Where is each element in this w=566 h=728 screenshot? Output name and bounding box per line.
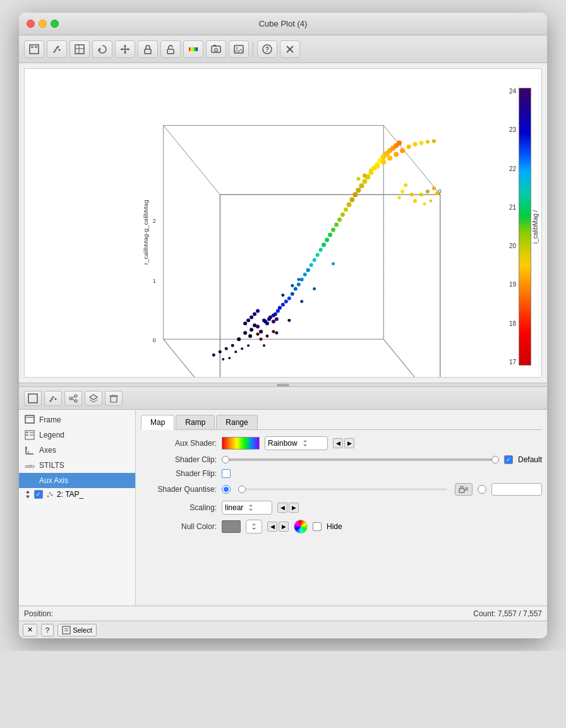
close-toolbar-button[interactable] xyxy=(280,40,300,58)
lock-closed-button[interactable] xyxy=(138,40,158,58)
aux-shader-next-button[interactable]: ▶ xyxy=(344,438,354,448)
svg-point-103 xyxy=(344,208,348,212)
sidebar-item-frame[interactable]: Frame xyxy=(19,412,135,427)
delete-mini-button[interactable] xyxy=(105,391,123,406)
svg-marker-209 xyxy=(252,528,256,530)
shader-clip-default-label: Default xyxy=(518,455,542,464)
svg-point-157 xyxy=(234,350,237,353)
tab-map[interactable]: Map xyxy=(141,415,174,430)
sidebar-item-tap[interactable]: 2: TAP_ xyxy=(19,488,135,501)
svg-point-72 xyxy=(278,306,282,309)
shader-quantise-radio[interactable] xyxy=(222,485,231,494)
null-color-arrows-icon xyxy=(249,522,259,532)
svg-text:0: 0 xyxy=(153,337,156,343)
pan-button[interactable] xyxy=(115,40,135,58)
svg-point-81 xyxy=(250,315,253,319)
tap-checkbox[interactable] xyxy=(34,490,43,499)
colormap-button[interactable] xyxy=(183,40,203,58)
svg-point-141 xyxy=(291,284,294,287)
shader-flip-checkbox[interactable] xyxy=(222,469,231,478)
svg-point-3 xyxy=(54,51,56,52)
plot-area[interactable]: r_calibMag-i_calibMag g_calibMag-i_calib… xyxy=(24,68,542,378)
scaling-next-button[interactable]: ▶ xyxy=(289,503,299,513)
svg-point-139 xyxy=(263,344,265,347)
svg-rect-193 xyxy=(26,478,29,483)
svg-point-73 xyxy=(281,302,285,306)
svg-point-109 xyxy=(362,179,367,184)
aux-shader-prev-button[interactable]: ◀ xyxy=(333,438,343,448)
screenshot-button[interactable] xyxy=(206,40,226,58)
export-plot-button[interactable] xyxy=(24,40,44,58)
null-color-next-button[interactable]: ▶ xyxy=(279,522,289,532)
bottom-bar: ✕ ? Select xyxy=(19,621,547,638)
svg-marker-196 xyxy=(26,491,30,493)
svg-rect-22 xyxy=(214,45,216,46)
svg-point-71 xyxy=(212,354,215,357)
close-bottom-button[interactable]: ✕ xyxy=(23,624,37,636)
null-color-prev-button[interactable]: ◀ xyxy=(267,522,277,532)
close-window-button[interactable] xyxy=(27,20,35,28)
shader-clip-thumb-right[interactable] xyxy=(491,456,499,463)
graph-mini-button[interactable] xyxy=(64,391,82,406)
color-picker-button[interactable] xyxy=(294,520,308,534)
svg-line-176 xyxy=(93,400,97,402)
lock-open-button[interactable] xyxy=(160,40,181,58)
svg-point-78 xyxy=(272,313,275,317)
axes-icon: xy xyxy=(24,445,35,456)
aux-shader-select[interactable]: Rainbow xyxy=(265,436,328,450)
sidebar-item-stilts[interactable]: stilts STILTS xyxy=(19,458,135,473)
svg-point-131 xyxy=(419,141,423,145)
sidebar-label-legend: Legend xyxy=(39,431,64,439)
svg-point-57 xyxy=(250,328,253,331)
svg-rect-210 xyxy=(63,626,70,634)
svg-line-36 xyxy=(383,339,440,377)
svg-text:?: ? xyxy=(265,46,269,53)
export-mini-button[interactable] xyxy=(24,391,42,406)
window-title: Cube Plot (4) xyxy=(259,19,308,28)
null-color-select[interactable] xyxy=(246,520,262,534)
svg-point-153 xyxy=(404,183,407,187)
sidebar-item-aux-axis[interactable]: Aux Axis xyxy=(19,473,135,488)
select-bottom-button[interactable]: Select xyxy=(57,624,97,636)
svg-rect-181 xyxy=(25,415,34,423)
null-color-box xyxy=(222,520,241,533)
help-bottom-button[interactable]: ? xyxy=(41,624,54,636)
shader-quantise-radio2[interactable] xyxy=(478,485,486,494)
svg-text:r_calibMag-g_calibMag: r_calibMag-g_calibMag xyxy=(142,200,149,265)
shader-clip-default-checkbox[interactable] xyxy=(504,455,513,464)
quantise-thumb[interactable] xyxy=(238,486,246,493)
quantise-lock-button[interactable] xyxy=(455,483,473,496)
sidebar-item-axes[interactable]: xy Axes xyxy=(19,443,135,458)
scatter-button[interactable] xyxy=(47,40,67,58)
minimize-window-button[interactable] xyxy=(39,20,47,28)
grid-button[interactable] xyxy=(69,40,90,58)
svg-point-82 xyxy=(246,318,250,322)
rotate-button[interactable] xyxy=(92,40,112,58)
svg-marker-15 xyxy=(124,52,126,54)
shader-quantise-label: Shader Quantise: xyxy=(141,485,217,494)
svg-line-32 xyxy=(164,126,220,195)
layers-mini-button[interactable] xyxy=(85,391,102,406)
sidebar-item-legend[interactable]: Legend xyxy=(19,427,135,443)
scatter-mini-button[interactable] xyxy=(44,391,62,406)
help-toolbar-button[interactable]: ? xyxy=(257,40,277,58)
svg-point-67 xyxy=(237,337,241,341)
shader-clip-thumb-left[interactable] xyxy=(222,456,229,463)
scaling-prev-button[interactable]: ◀ xyxy=(277,503,287,513)
svg-point-133 xyxy=(432,140,436,143)
shader-quantise-input[interactable] xyxy=(491,483,542,496)
statusbar: Position: Count: 7,557 / 7,557 xyxy=(19,606,547,621)
tab-ramp[interactable]: Ramp xyxy=(176,415,215,429)
svg-line-175 xyxy=(90,400,93,402)
sort-icon xyxy=(24,491,32,498)
scaling-select[interactable]: linear xyxy=(222,501,272,515)
svg-rect-19 xyxy=(167,49,174,54)
svg-point-7 xyxy=(57,45,59,47)
tab-range[interactable]: Range xyxy=(216,415,257,429)
svg-point-64 xyxy=(259,330,263,333)
hide-checkbox[interactable] xyxy=(313,522,322,531)
maximize-window-button[interactable] xyxy=(51,20,59,28)
svg-point-106 xyxy=(352,192,358,197)
image-button[interactable] xyxy=(229,40,249,58)
colorbar-title: i_calibMag / xyxy=(532,88,539,366)
